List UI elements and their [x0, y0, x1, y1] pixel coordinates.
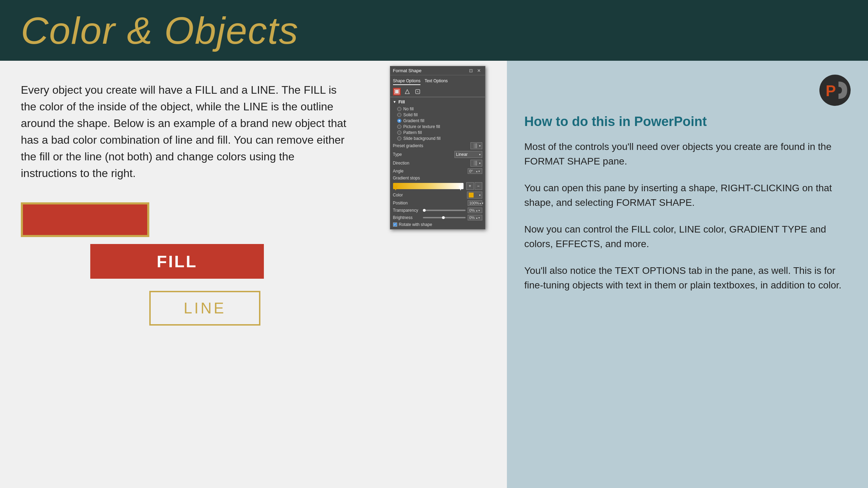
gradient-stops-label: Gradient stops: [393, 176, 420, 180]
position-row: Position 100% ▲▼: [393, 200, 482, 206]
picture-texture-option[interactable]: Picture or texture fill: [397, 124, 482, 129]
add-gradient-stop-button[interactable]: +: [466, 182, 474, 190]
solid-fill-radio[interactable]: [397, 113, 401, 117]
brightness-value-text: 0%: [469, 216, 475, 220]
type-row: Type Linear ▾: [393, 151, 482, 158]
fill-icon[interactable]: [393, 88, 401, 95]
right-panel: Format Shape ⊡ ✕ Shape Options Text Opti…: [368, 61, 868, 488]
preset-gradients-dropdown[interactable]: ▾: [470, 142, 482, 149]
gradient-bar-row: + −: [393, 182, 482, 190]
brightness-label: Brightness: [393, 215, 421, 220]
dialog-body: ▼ Fill No fill Solid fill: [390, 97, 485, 229]
angle-spin[interactable]: ▲▼: [476, 170, 481, 173]
type-label: Type: [393, 152, 402, 157]
shape-container: FILL LINE: [21, 202, 347, 334]
tab-shape-options[interactable]: Shape Options: [393, 77, 420, 85]
direction-swatch: [472, 161, 477, 166]
direction-dropdown-arrow: ▾: [479, 162, 481, 165]
dialog-title: Format Shape: [393, 68, 422, 73]
gradient-bar[interactable]: [393, 183, 464, 189]
svg-rect-1: [395, 90, 399, 93]
svg-marker-2: [405, 90, 409, 94]
color-dropdown-arrow: ▾: [479, 194, 481, 197]
transparency-slider[interactable]: [423, 210, 466, 211]
ppt-logo-container: P: [819, 75, 851, 107]
no-fill-option[interactable]: No fill: [397, 107, 482, 111]
gradient-fill-option[interactable]: Gradient fill: [397, 118, 482, 123]
info-paragraph-3: Now you can control the FILL color, LINE…: [524, 222, 851, 251]
dialog-titlebar: Format Shape ⊡ ✕: [390, 66, 485, 75]
brightness-spin[interactable]: ▲▼: [476, 217, 481, 219]
gradient-stops-label-row: Gradient stops: [393, 176, 482, 180]
preset-gradients-row: Preset gradients ▾: [393, 142, 482, 149]
svg-line-4: [417, 91, 418, 92]
dialog-pin-button[interactable]: ⊡: [468, 68, 474, 73]
rotate-label: Rotate with shape: [399, 222, 432, 227]
svg-text:P: P: [826, 82, 836, 99]
transparency-thumb[interactable]: [423, 209, 426, 212]
dialog-controls: ⊡ ✕: [468, 68, 482, 73]
angle-row: Angle 0° ▲▼: [393, 168, 482, 174]
gradient-fill-radio[interactable]: [397, 119, 401, 123]
fill-section-title: Fill: [398, 99, 405, 104]
transparency-value: 0% ▲▼: [468, 208, 482, 213]
picture-texture-label: Picture or texture fill: [403, 124, 440, 129]
dialog-icon-row: [390, 85, 485, 97]
brightness-value: 0% ▲▼: [468, 215, 482, 220]
rotate-row: ✓ Rotate with shape: [393, 222, 482, 227]
section-arrow: ▼: [393, 100, 397, 104]
page-title: Color & Objects: [21, 8, 299, 52]
preset-gradients-label: Preset gradients: [393, 143, 423, 148]
slide-background-option[interactable]: Slide background fill: [397, 136, 482, 141]
gradient-stop-left[interactable]: [394, 186, 398, 191]
gradient-actions: + −: [466, 182, 482, 190]
transparency-label: Transparency: [393, 208, 421, 213]
no-fill-label: No fill: [403, 107, 414, 111]
type-dropdown[interactable]: Linear ▾: [454, 151, 482, 158]
color-row: Color ▾: [393, 192, 482, 199]
gradient-fill-label: Gradient fill: [403, 118, 425, 123]
outlined-shape: [21, 202, 149, 237]
solid-fill-label: Solid fill: [403, 112, 418, 117]
no-fill-radio[interactable]: [397, 107, 401, 111]
type-value: Linear: [456, 152, 468, 157]
picture-texture-radio[interactable]: [397, 125, 401, 129]
main-content: Every object you create will have a FILL…: [0, 61, 868, 488]
rotate-checkbox[interactable]: ✓: [393, 222, 397, 227]
remove-gradient-stop-button[interactable]: −: [475, 182, 482, 190]
direction-label: Direction: [393, 161, 409, 166]
color-label: Color: [393, 193, 403, 197]
dialog-close-button[interactable]: ✕: [476, 68, 482, 73]
dialog-tabs: Shape Options Text Options: [390, 75, 485, 85]
position-value[interactable]: 100% ▲▼: [468, 200, 482, 206]
transparency-value-text: 0%: [469, 208, 475, 212]
slide-bg-label: Slide background fill: [403, 136, 441, 141]
pattern-fill-option[interactable]: Pattern fill: [397, 130, 482, 135]
info-title: How to do this in PowerPoint: [524, 114, 851, 129]
direction-dropdown[interactable]: ▾: [470, 160, 482, 167]
brightness-slider[interactable]: [423, 217, 466, 218]
info-sidebar: P How to do this in PowerPoint Most of t…: [507, 61, 868, 488]
info-paragraph-4: You'll also notice the TEXT OPTIONS tab …: [524, 263, 851, 293]
transparency-spin[interactable]: ▲▼: [476, 209, 481, 212]
gradient-stop-right[interactable]: [459, 186, 463, 191]
effects-icon[interactable]: [414, 88, 422, 95]
brightness-row: Brightness 0% ▲▼: [393, 215, 482, 220]
position-value-text: 100%: [469, 201, 479, 205]
solid-fill-option[interactable]: Solid fill: [397, 112, 482, 117]
angle-value-text: 0°: [469, 169, 473, 173]
pattern-fill-label: Pattern fill: [403, 130, 422, 135]
description-text: Every object you create will have a FILL…: [21, 82, 347, 182]
angle-value[interactable]: 0° ▲▼: [468, 168, 482, 174]
shape-icon[interactable]: [403, 88, 411, 95]
color-picker-button[interactable]: ▾: [467, 192, 482, 199]
slide-bg-radio[interactable]: [397, 136, 401, 141]
tab-text-options[interactable]: Text Options: [425, 77, 448, 85]
direction-row: Direction ▾: [393, 160, 482, 167]
brightness-thumb[interactable]: [442, 216, 445, 219]
transparency-row: Transparency 0% ▲▼: [393, 208, 482, 213]
pattern-fill-radio[interactable]: [397, 131, 401, 135]
type-dropdown-arrow: ▾: [479, 153, 481, 156]
position-spin[interactable]: ▲▼: [479, 202, 484, 204]
fill-section-header: ▼ Fill: [393, 99, 482, 104]
